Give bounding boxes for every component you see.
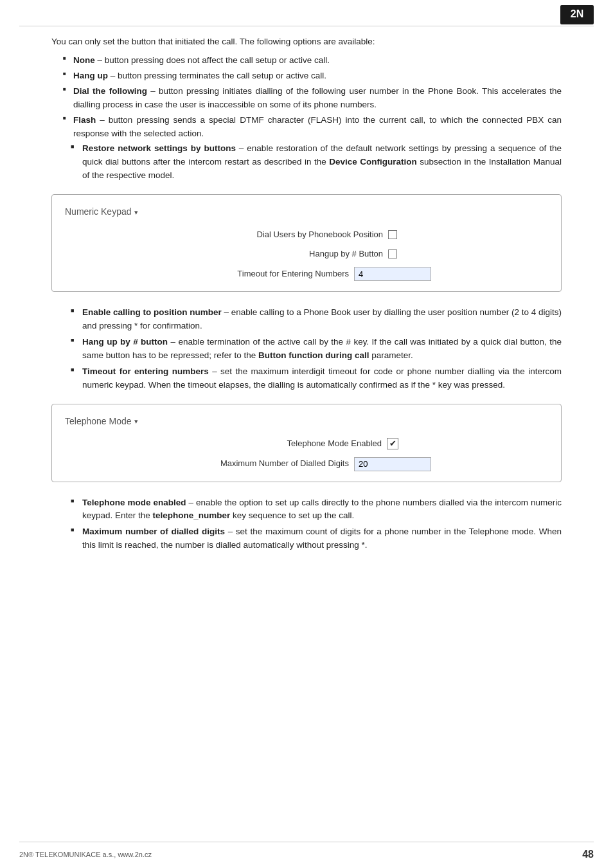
telephone-enabled-checkbox[interactable]: ✔ <box>387 438 398 449</box>
list-item-none: None – button pressing does not affect t… <box>63 54 562 68</box>
numeric-keypad-title-text: Numeric Keypad <box>65 205 132 219</box>
intro-paragraph: You can only set the button that initiat… <box>51 35 562 49</box>
numeric-keypad-panel: Numeric Keypad ▾ Dial Users by Phonebook… <box>51 194 562 292</box>
telephone-mode-panel: Telephone Mode ▾ Telephone Mode Enabled … <box>51 404 562 482</box>
sub-bullet-list: None – button pressing does not affect t… <box>51 54 562 141</box>
dial-users-label: Dial Users by Phonebook Position <box>216 228 383 241</box>
numeric-bullets-list: Enable calling to position number – enab… <box>51 306 562 392</box>
numeric-keypad-title: Numeric Keypad ▾ <box>65 205 548 219</box>
telephone-enabled-label: Telephone Mode Enabled <box>215 437 382 450</box>
telephone-bullet-0: Telephone mode enabled – enable the opti… <box>71 496 562 523</box>
max-digits-label: Maximum Number of Dialled Digits <box>182 457 349 470</box>
dial-users-checkbox[interactable] <box>388 230 397 239</box>
footer-page: 48 <box>582 849 594 860</box>
numeric-bullet-0: Enable calling to position number – enab… <box>71 306 562 333</box>
logo: 2N <box>560 5 594 24</box>
telephone-bullet-1: Maximum number of dialled digits – set t… <box>71 525 562 552</box>
numeric-keypad-arrow[interactable]: ▾ <box>134 207 138 218</box>
telephone-enabled-row: Telephone Mode Enabled ✔ <box>65 437 548 450</box>
telephone-mode-title-text: Telephone Mode <box>65 415 132 429</box>
max-digits-input[interactable] <box>354 457 431 471</box>
list-item-hangup: Hang up – button pressing terminates the… <box>63 69 562 83</box>
hangup-hash-label: Hangup by # Button <box>216 248 383 260</box>
list-item-flash: Flash – button pressing sends a special … <box>63 114 562 141</box>
svg-text:2N: 2N <box>571 8 583 19</box>
footer: 2N® TELEKOMUNIKACE a.s., www.2n.cz 48 <box>19 849 594 860</box>
timeout-row: Timeout for Entering Numbers <box>65 267 548 281</box>
hangup-hash-checkbox[interactable] <box>388 249 397 258</box>
telephone-bullets-list: Telephone mode enabled – enable the opti… <box>51 496 562 553</box>
restore-bullet-item: Restore network settings by buttons – en… <box>71 142 562 183</box>
timeout-label: Timeout for Entering Numbers <box>182 267 349 280</box>
bottom-border <box>19 842 594 842</box>
numeric-bullet-1: Hang up by # button – enable termination… <box>71 336 562 363</box>
telephone-mode-arrow[interactable]: ▾ <box>134 416 138 427</box>
footer-left: 2N® TELEKOMUNIKACE a.s., www.2n.cz <box>19 851 152 858</box>
timeout-input[interactable] <box>354 267 431 281</box>
max-digits-row: Maximum Number of Dialled Digits <box>65 457 548 471</box>
dial-users-row: Dial Users by Phonebook Position <box>65 228 548 241</box>
top-border <box>19 26 594 26</box>
restore-bullet-list: Restore network settings by buttons – en… <box>51 142 562 183</box>
list-item-dial-following: Dial the following – button pressing ini… <box>63 85 562 112</box>
numeric-bullet-2: Timeout for entering numbers – set the m… <box>71 365 562 392</box>
telephone-mode-title: Telephone Mode ▾ <box>65 415 548 429</box>
hangup-hash-row: Hangup by # Button <box>65 248 548 260</box>
